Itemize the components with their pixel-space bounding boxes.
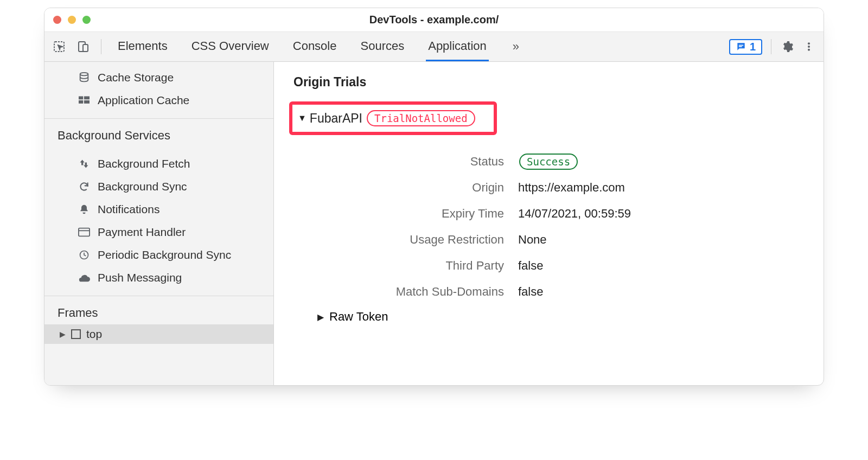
tab-sources[interactable]: Sources — [358, 32, 406, 61]
clock-icon — [77, 249, 91, 261]
zoom-icon[interactable] — [82, 16, 91, 24]
tab-css-overview[interactable]: CSS Overview — [189, 32, 271, 61]
panel-tabs: Elements CSS Overview Console Sources Ap… — [116, 32, 519, 61]
svg-point-7 — [808, 49, 810, 51]
sidebar-item-bg-fetch[interactable]: Background Fetch — [44, 152, 273, 175]
window-title: DevTools - example.com/ — [44, 14, 824, 26]
trial-header[interactable]: ▼ FubarAPI TrialNotAllowed — [289, 101, 497, 135]
tab-application[interactable]: Application — [426, 32, 489, 61]
svg-rect-9 — [79, 97, 83, 100]
svg-rect-11 — [79, 100, 83, 104]
chevron-right-icon: ▶ — [60, 330, 66, 338]
cloud-icon — [77, 272, 91, 284]
frame-detail: Origin Trials ▼ FubarAPI TrialNotAllowed… — [274, 62, 824, 385]
sidebar-item-periodic-sync[interactable]: Periodic Background Sync — [44, 244, 273, 266]
sidebar-item-payment[interactable]: Payment Handler — [44, 221, 273, 244]
frame-icon — [71, 329, 81, 339]
tab-elements[interactable]: Elements — [116, 32, 170, 61]
value-status: Success — [518, 155, 808, 169]
sidebar-item-label: Payment Handler — [98, 223, 186, 241]
section-title: Origin Trials — [293, 75, 808, 90]
value-usage: None — [518, 233, 808, 247]
label-subdom: Match Sub-Domains — [330, 285, 504, 299]
kebab-icon[interactable] — [802, 40, 816, 54]
sidebar-item-label: Application Cache — [98, 92, 189, 109]
trial-details: Status Success Origin https://example.co… — [330, 155, 808, 299]
sidebar-heading-bg: Background Services — [44, 119, 273, 148]
panel-body: Cache Storage Application Cache Backgrou… — [44, 62, 824, 385]
sidebar-group-cache: Cache Storage Application Cache — [44, 62, 273, 116]
device-toggle-icon[interactable] — [76, 40, 90, 54]
sidebar-item-label: Periodic Background Sync — [98, 246, 231, 264]
sidebar-item-cache-storage[interactable]: Cache Storage — [44, 66, 273, 89]
sidebar-item-notifications[interactable]: Notifications — [44, 198, 273, 221]
svg-rect-4 — [739, 46, 742, 47]
issues-badge[interactable]: 1 — [729, 39, 762, 55]
svg-rect-10 — [84, 97, 90, 100]
toolbar-divider — [101, 39, 101, 54]
sidebar-item-label: Notifications — [98, 201, 159, 218]
gear-icon[interactable] — [780, 40, 794, 54]
sidebar-item-label: Push Messaging — [98, 269, 182, 286]
chevron-down-icon: ▼ — [298, 113, 307, 123]
label-expiry: Expiry Time — [330, 207, 504, 221]
traffic-lights — [53, 16, 91, 24]
inspect-icon[interactable] — [52, 40, 66, 54]
svg-rect-13 — [79, 228, 90, 237]
svg-rect-2 — [83, 44, 88, 52]
svg-rect-12 — [84, 100, 90, 104]
devtools-window: DevTools - example.com/ Elements CSS Ove… — [44, 8, 824, 386]
svg-rect-3 — [739, 45, 743, 46]
titlebar: DevTools - example.com/ — [44, 8, 824, 32]
raw-token-row[interactable]: ▶ Raw Token — [317, 310, 808, 324]
sidebar-item-push[interactable]: Push Messaging — [44, 266, 273, 289]
sidebar-item-label: Background Sync — [98, 178, 187, 195]
label-origin: Origin — [330, 181, 504, 195]
status-success-badge: Success — [519, 154, 578, 170]
value-expiry: 14/07/2021, 00:59:59 — [518, 207, 808, 221]
chat-icon — [736, 41, 746, 52]
trial-status-badge: TrialNotAllowed — [367, 110, 475, 126]
value-subdom: false — [518, 285, 808, 299]
tab-console[interactable]: Console — [291, 32, 339, 61]
svg-point-8 — [80, 73, 88, 76]
value-origin: https://example.com — [518, 181, 808, 195]
label-usage: Usage Restriction — [330, 233, 504, 247]
frame-top-label: top — [86, 328, 102, 341]
bell-icon — [77, 203, 91, 215]
sidebar-item-bg-sync[interactable]: Background Sync — [44, 175, 273, 198]
sidebar-heading-frames: Frames — [44, 296, 273, 324]
sidebar-group-bg: Background Fetch Background Sync Notific… — [44, 148, 273, 293]
label-third: Third Party — [330, 259, 504, 273]
toolbar: Elements CSS Overview Console Sources Ap… — [44, 32, 824, 62]
chevron-right-icon: ▶ — [317, 312, 324, 322]
card-icon — [77, 226, 91, 238]
minimize-icon[interactable] — [68, 16, 76, 24]
toolbar-right: 1 — [729, 39, 816, 55]
application-sidebar: Cache Storage Application Cache Backgrou… — [44, 62, 274, 385]
updown-icon — [77, 158, 91, 170]
svg-point-5 — [808, 42, 810, 44]
issues-count: 1 — [750, 41, 756, 53]
frame-top-row[interactable]: ▶ top — [44, 324, 273, 344]
more-tabs-icon[interactable]: » — [513, 40, 519, 54]
sidebar-item-label: Cache Storage — [98, 69, 174, 86]
close-icon[interactable] — [53, 16, 61, 24]
svg-point-6 — [808, 46, 810, 48]
sidebar-item-app-cache[interactable]: Application Cache — [44, 89, 273, 112]
grid-icon — [77, 94, 91, 106]
raw-token-label: Raw Token — [329, 310, 388, 324]
sync-icon — [77, 181, 91, 193]
trial-name: FubarAPI — [310, 111, 362, 126]
database-icon — [77, 72, 91, 84]
label-status: Status — [330, 155, 504, 169]
sidebar-item-label: Background Fetch — [98, 155, 190, 173]
toolbar-divider — [771, 39, 771, 54]
value-third: false — [518, 259, 808, 273]
